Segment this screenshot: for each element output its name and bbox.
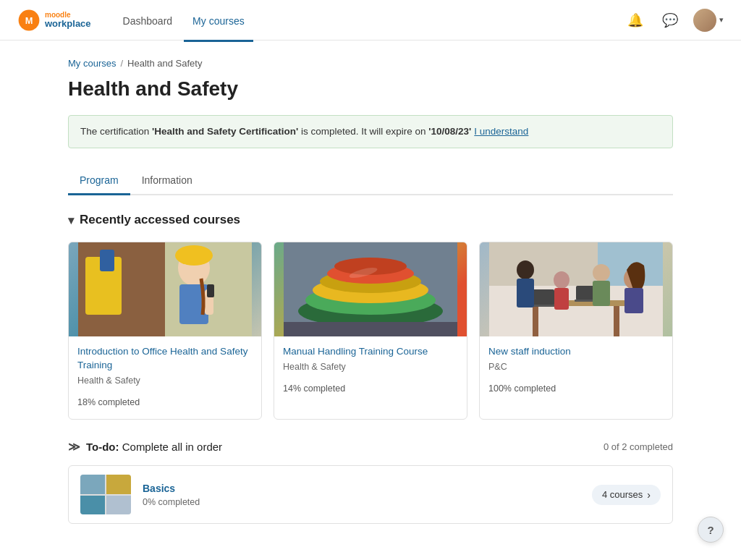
- logo-workplace-label: workplace: [45, 19, 91, 29]
- course-card-category-handling: Health & Safety: [283, 362, 458, 372]
- breadcrumb: My courses / Health and Safety: [68, 58, 673, 69]
- course-card-category-induction: P&C: [488, 362, 664, 372]
- nav-my-courses[interactable]: My courses: [184, 2, 253, 42]
- page-title: Health and Safety: [68, 77, 673, 101]
- todo-section: ≫ To-do: Complete all in order 0 of 2 co…: [68, 440, 673, 524]
- todo-item-basics[interactable]: Basics 0% completed 4 courses ›: [68, 465, 673, 524]
- tab-information[interactable]: Information: [130, 167, 204, 195]
- todo-label: To-do: Complete all in order: [86, 441, 222, 453]
- main-content: My courses / Health and Safety Health an…: [45, 41, 696, 556]
- svg-rect-12: [207, 284, 214, 297]
- course-card-title-handling[interactable]: Manual Handling Training Course: [283, 345, 458, 359]
- thumb-cell-2: [106, 475, 131, 494]
- help-icon: ?: [707, 524, 714, 536]
- todo-count-label: 0 of 2 completed: [604, 441, 673, 452]
- nav-dashboard[interactable]: Dashboard: [114, 2, 182, 42]
- svg-point-33: [517, 260, 534, 279]
- logo-text: moodle workplace: [45, 11, 91, 29]
- todo-item-thumbnail: [80, 475, 131, 514]
- todo-action-arrow-icon: ›: [647, 489, 651, 501]
- thumb-cell-4: [106, 496, 131, 515]
- svg-rect-27: [533, 306, 538, 336]
- todo-item-info: Basics 0% completed: [143, 483, 580, 507]
- cert-banner-understand-link[interactable]: I understand: [474, 126, 528, 137]
- logo[interactable]: M moodle workplace: [17, 9, 91, 32]
- course-cards-grid: Introduction to Office Health and Safety…: [68, 242, 673, 420]
- svg-text:M: M: [25, 14, 33, 25]
- course-card-induction[interactable]: New staff induction P&C 100% completed: [479, 242, 673, 420]
- avatar: [693, 9, 716, 32]
- todo-subtitle-text: Complete all in order: [122, 441, 222, 453]
- breadcrumb-my-courses-link[interactable]: My courses: [68, 58, 116, 69]
- course-card-body-handling: Manual Handling Training Course Health &…: [274, 336, 467, 405]
- course-card-progress-safety: 18% completed: [77, 397, 253, 407]
- course-card-category-safety: Health & Safety: [77, 376, 253, 386]
- svg-rect-38: [593, 281, 610, 306]
- collapse-chevron-icon[interactable]: ▾: [68, 213, 74, 227]
- svg-rect-6: [100, 250, 114, 271]
- svg-rect-21: [284, 322, 457, 336]
- svg-rect-34: [517, 279, 534, 307]
- nav-icons: 🔔 💬 ▾: [624, 9, 724, 32]
- help-button[interactable]: ?: [698, 517, 724, 543]
- breadcrumb-separator: /: [120, 58, 123, 69]
- bell-icon: 🔔: [627, 12, 643, 28]
- cert-banner-date: '10/08/23': [428, 126, 471, 137]
- course-card-image-handling: [274, 242, 467, 336]
- induction-image-svg: [480, 242, 672, 336]
- recently-accessed-heading: ▾ Recently accessed courses: [68, 213, 673, 227]
- thumb-cell-1: [80, 475, 105, 494]
- svg-rect-28: [614, 306, 619, 336]
- nav-links: Dashboard My courses: [114, 0, 624, 40]
- course-card-progress-induction: 100% completed: [488, 383, 664, 394]
- svg-rect-36: [554, 288, 569, 310]
- svg-rect-9: [183, 255, 205, 260]
- cert-banner-name: 'Health and Safety Certification': [152, 126, 298, 137]
- todo-item-progress: 0% completed: [143, 497, 580, 507]
- course-card-body-safety: Introduction to Office Health and Safety…: [69, 336, 261, 419]
- course-card-body-induction: New staff induction P&C 100% completed: [480, 336, 672, 405]
- tab-program[interactable]: Program: [68, 167, 130, 195]
- message-icon: 💬: [662, 12, 678, 28]
- svg-point-35: [554, 271, 569, 289]
- moodle-logo-icon: M: [17, 9, 41, 32]
- thumb-cell-3: [80, 496, 105, 515]
- cert-banner-text-before: The certification: [80, 126, 152, 137]
- todo-label-text: To-do:: [86, 441, 119, 453]
- message-bubble-button[interactable]: 💬: [659, 9, 682, 32]
- course-card-title-safety[interactable]: Introduction to Office Health and Safety…: [77, 345, 253, 373]
- notification-bell-button[interactable]: 🔔: [624, 9, 647, 32]
- avatar-chevron-icon: ▾: [719, 15, 724, 25]
- svg-rect-25: [489, 242, 598, 286]
- todo-arrows-icon: ≫: [68, 440, 80, 454]
- course-card-image-safety: [69, 242, 261, 336]
- course-card-safety[interactable]: Introduction to Office Health and Safety…: [68, 242, 262, 420]
- avatar-image: [693, 9, 716, 32]
- course-card-image-induction: [480, 242, 672, 336]
- course-card-title-induction[interactable]: New staff induction: [488, 345, 664, 359]
- course-card-progress-handling: 14% completed: [283, 383, 458, 394]
- recently-accessed-label: Recently accessed courses: [80, 213, 240, 227]
- todo-action-label: 4 courses: [602, 489, 643, 500]
- todo-title-group: ≫ To-do: Complete all in order: [68, 440, 222, 454]
- todo-item-action-button[interactable]: 4 courses ›: [592, 485, 661, 505]
- todo-item-title[interactable]: Basics: [143, 483, 580, 494]
- tabs: Program Information: [68, 166, 673, 195]
- handling-image-svg: [274, 242, 467, 336]
- user-avatar-button[interactable]: ▾: [693, 9, 724, 32]
- certification-banner: The certification 'Health and Safety Cer…: [68, 115, 673, 148]
- todo-header: ≫ To-do: Complete all in order 0 of 2 co…: [68, 440, 673, 454]
- cert-banner-text-middle: is completed. It will expire on: [298, 126, 428, 137]
- course-card-handling[interactable]: Manual Handling Training Course Health &…: [274, 242, 467, 420]
- breadcrumb-current-page: Health and Safety: [127, 58, 202, 69]
- svg-point-37: [593, 264, 610, 281]
- top-navigation: M moodle workplace Dashboard My courses …: [0, 0, 741, 41]
- safety-image-svg: [69, 242, 261, 336]
- svg-rect-40: [624, 288, 643, 313]
